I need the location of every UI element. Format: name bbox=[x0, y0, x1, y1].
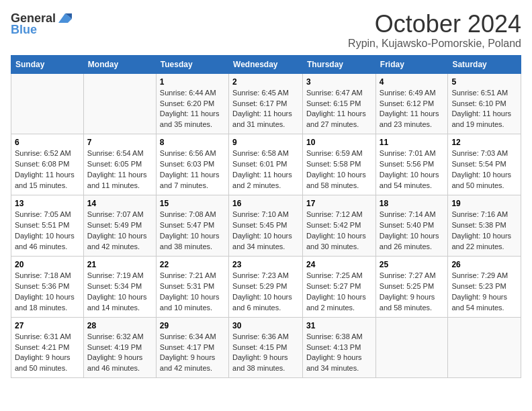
weekday-header: Thursday bbox=[303, 55, 376, 73]
day-number: 1 bbox=[160, 77, 225, 87]
calendar-day-cell: 5Sunrise: 6:51 AMSunset: 6:10 PMDaylight… bbox=[448, 73, 521, 134]
day-number: 18 bbox=[380, 199, 445, 208]
calendar-day-cell: 3Sunrise: 6:47 AMSunset: 6:15 PMDaylight… bbox=[303, 73, 376, 134]
calendar-day-cell bbox=[448, 317, 521, 378]
day-info: Sunrise: 6:44 AMSunset: 6:20 PMDaylight:… bbox=[160, 89, 220, 129]
day-number: 14 bbox=[87, 199, 152, 208]
calendar-day-cell: 17Sunrise: 7:12 AMSunset: 5:42 PMDayligh… bbox=[303, 195, 376, 257]
title-area: October 2024 Rypin, Kujawsko-Pomorskie, … bbox=[348, 11, 521, 50]
day-number: 4 bbox=[380, 77, 445, 87]
calendar-day-cell: 8Sunrise: 6:56 AMSunset: 6:03 PMDaylight… bbox=[156, 134, 228, 195]
day-info: Sunrise: 7:27 AMSunset: 5:25 PMDaylight:… bbox=[380, 271, 436, 312]
day-info: Sunrise: 6:36 AMSunset: 4:15 PMDaylight:… bbox=[232, 332, 289, 373]
day-info: Sunrise: 7:05 AMSunset: 5:51 PMDaylight:… bbox=[15, 210, 75, 250]
calendar-week-row: 1Sunrise: 6:44 AMSunset: 6:20 PMDaylight… bbox=[11, 73, 521, 134]
weekday-header: Tuesday bbox=[156, 55, 228, 73]
weekday-header: Wednesday bbox=[229, 55, 303, 73]
day-number: 29 bbox=[160, 321, 225, 330]
logo: General Blue bbox=[11, 11, 72, 37]
day-info: Sunrise: 6:34 AMSunset: 4:17 PMDaylight:… bbox=[160, 332, 216, 373]
day-info: Sunrise: 7:10 AMSunset: 5:45 PMDaylight:… bbox=[232, 210, 292, 250]
calendar-day-cell: 28Sunrise: 6:32 AMSunset: 4:19 PMDayligh… bbox=[83, 317, 156, 378]
day-number: 24 bbox=[306, 260, 372, 269]
day-info: Sunrise: 6:47 AMSunset: 6:15 PMDaylight:… bbox=[306, 89, 366, 129]
day-info: Sunrise: 7:14 AMSunset: 5:40 PMDaylight:… bbox=[380, 210, 439, 250]
day-info: Sunrise: 7:03 AMSunset: 5:54 PMDaylight:… bbox=[451, 149, 511, 189]
day-info: Sunrise: 6:51 AMSunset: 6:10 PMDaylight:… bbox=[451, 89, 511, 129]
day-number: 8 bbox=[160, 138, 225, 147]
day-number: 15 bbox=[160, 199, 225, 208]
calendar-day-cell: 10Sunrise: 6:59 AMSunset: 5:58 PMDayligh… bbox=[303, 134, 376, 195]
day-info: Sunrise: 7:18 AMSunset: 5:36 PMDaylight:… bbox=[15, 271, 75, 312]
calendar-day-cell: 30Sunrise: 6:36 AMSunset: 4:15 PMDayligh… bbox=[229, 317, 303, 378]
weekday-header: Sunday bbox=[11, 55, 84, 73]
day-number: 16 bbox=[232, 199, 299, 208]
day-number: 17 bbox=[306, 199, 372, 208]
day-info: Sunrise: 7:01 AMSunset: 5:56 PMDaylight:… bbox=[380, 149, 439, 189]
calendar-week-row: 13Sunrise: 7:05 AMSunset: 5:51 PMDayligh… bbox=[11, 195, 521, 257]
calendar-table: SundayMondayTuesdayWednesdayThursdayFrid… bbox=[11, 55, 521, 379]
calendar-week-row: 6Sunrise: 6:52 AMSunset: 6:08 PMDaylight… bbox=[11, 134, 521, 195]
day-info: Sunrise: 6:56 AMSunset: 6:03 PMDaylight:… bbox=[160, 149, 220, 189]
day-number: 21 bbox=[87, 260, 152, 269]
day-number: 30 bbox=[232, 321, 299, 330]
calendar-day-cell: 29Sunrise: 6:34 AMSunset: 4:17 PMDayligh… bbox=[156, 317, 228, 378]
day-number: 31 bbox=[306, 321, 372, 330]
day-info: Sunrise: 6:38 AMSunset: 4:13 PMDaylight:… bbox=[306, 332, 363, 373]
calendar-day-cell: 18Sunrise: 7:14 AMSunset: 5:40 PMDayligh… bbox=[375, 195, 448, 257]
day-info: Sunrise: 6:31 AMSunset: 4:21 PMDaylight:… bbox=[15, 332, 71, 373]
day-info: Sunrise: 6:54 AMSunset: 6:05 PMDaylight:… bbox=[87, 149, 147, 189]
day-number: 28 bbox=[87, 321, 152, 330]
day-number: 26 bbox=[451, 260, 517, 269]
calendar-day-cell: 1Sunrise: 6:44 AMSunset: 6:20 PMDaylight… bbox=[156, 73, 228, 134]
day-info: Sunrise: 7:07 AMSunset: 5:49 PMDaylight:… bbox=[87, 210, 147, 250]
calendar-day-cell: 21Sunrise: 7:19 AMSunset: 5:34 PMDayligh… bbox=[83, 256, 156, 317]
calendar-day-cell: 4Sunrise: 6:49 AMSunset: 6:12 PMDaylight… bbox=[375, 73, 448, 134]
day-number: 7 bbox=[87, 138, 152, 147]
header: General Blue October 2024 Rypin, Kujawsk… bbox=[11, 11, 521, 50]
day-info: Sunrise: 7:19 AMSunset: 5:34 PMDaylight:… bbox=[87, 271, 147, 312]
weekday-header: Friday bbox=[375, 55, 448, 73]
day-number: 5 bbox=[451, 77, 517, 87]
day-number: 27 bbox=[15, 321, 80, 330]
day-info: Sunrise: 6:32 AMSunset: 4:19 PMDaylight:… bbox=[87, 332, 144, 373]
day-number: 22 bbox=[160, 260, 225, 269]
day-number: 6 bbox=[15, 138, 80, 147]
calendar-day-cell: 12Sunrise: 7:03 AMSunset: 5:54 PMDayligh… bbox=[448, 134, 521, 195]
weekday-header: Saturday bbox=[448, 55, 521, 73]
calendar-day-cell: 7Sunrise: 6:54 AMSunset: 6:05 PMDaylight… bbox=[83, 134, 156, 195]
calendar-day-cell bbox=[375, 317, 448, 378]
day-number: 19 bbox=[451, 199, 517, 208]
day-number: 9 bbox=[232, 138, 299, 147]
day-info: Sunrise: 7:29 AMSunset: 5:23 PMDaylight:… bbox=[451, 271, 508, 312]
day-info: Sunrise: 7:16 AMSunset: 5:38 PMDaylight:… bbox=[451, 210, 511, 250]
day-number: 25 bbox=[380, 260, 445, 269]
day-info: Sunrise: 7:21 AMSunset: 5:31 PMDaylight:… bbox=[160, 271, 220, 312]
day-number: 12 bbox=[451, 138, 517, 147]
calendar-day-cell: 15Sunrise: 7:08 AMSunset: 5:47 PMDayligh… bbox=[156, 195, 228, 257]
day-number: 20 bbox=[15, 260, 80, 269]
day-info: Sunrise: 6:45 AMSunset: 6:17 PMDaylight:… bbox=[232, 89, 292, 129]
calendar-day-cell: 6Sunrise: 6:52 AMSunset: 6:08 PMDaylight… bbox=[11, 134, 84, 195]
calendar-day-cell: 24Sunrise: 7:25 AMSunset: 5:27 PMDayligh… bbox=[303, 256, 376, 317]
day-info: Sunrise: 6:58 AMSunset: 6:01 PMDaylight:… bbox=[232, 149, 292, 189]
weekday-header: Monday bbox=[83, 55, 156, 73]
day-info: Sunrise: 7:23 AMSunset: 5:29 PMDaylight:… bbox=[232, 271, 292, 312]
calendar-day-cell: 11Sunrise: 7:01 AMSunset: 5:56 PMDayligh… bbox=[375, 134, 448, 195]
calendar-day-cell: 13Sunrise: 7:05 AMSunset: 5:51 PMDayligh… bbox=[11, 195, 84, 257]
day-info: Sunrise: 7:12 AMSunset: 5:42 PMDaylight:… bbox=[306, 210, 366, 250]
calendar-day-cell: 22Sunrise: 7:21 AMSunset: 5:31 PMDayligh… bbox=[156, 256, 228, 317]
logo-icon bbox=[57, 11, 72, 26]
day-number: 13 bbox=[15, 199, 80, 208]
day-number: 23 bbox=[232, 260, 299, 269]
day-info: Sunrise: 7:08 AMSunset: 5:47 PMDaylight:… bbox=[160, 210, 220, 250]
calendar-day-cell bbox=[11, 73, 84, 134]
day-number: 3 bbox=[306, 77, 372, 87]
month-title: October 2024 bbox=[348, 11, 521, 38]
calendar-day-cell: 26Sunrise: 7:29 AMSunset: 5:23 PMDayligh… bbox=[448, 256, 521, 317]
calendar-day-cell: 2Sunrise: 6:45 AMSunset: 6:17 PMDaylight… bbox=[229, 73, 303, 134]
calendar-day-cell: 9Sunrise: 6:58 AMSunset: 6:01 PMDaylight… bbox=[229, 134, 303, 195]
calendar-day-cell: 23Sunrise: 7:23 AMSunset: 5:29 PMDayligh… bbox=[229, 256, 303, 317]
calendar-week-row: 20Sunrise: 7:18 AMSunset: 5:36 PMDayligh… bbox=[11, 256, 521, 317]
day-number: 2 bbox=[232, 77, 299, 87]
